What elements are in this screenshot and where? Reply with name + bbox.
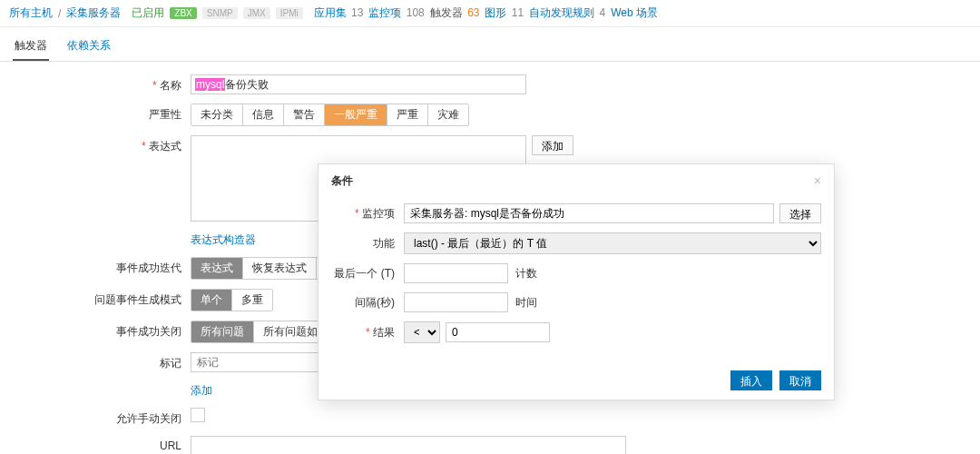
close-icon[interactable]: × (814, 173, 821, 189)
gen-group: 单个 多重 (191, 289, 273, 311)
manual-close-checkbox[interactable] (191, 408, 205, 422)
status-enabled: 已启用 (132, 5, 164, 21)
tag-add-link[interactable]: 添加 (191, 383, 212, 399)
modal-title: 条件 (331, 173, 353, 189)
gen-multiple[interactable]: 多重 (232, 290, 272, 311)
sev-average[interactable]: 一般严重 (325, 104, 387, 125)
last-input[interactable] (404, 263, 508, 283)
label-name: 名称 (9, 74, 191, 94)
tag-ipmi: IPMi (276, 7, 303, 19)
sev-warning[interactable]: 警告 (284, 104, 325, 125)
interval-input[interactable] (404, 292, 508, 312)
iter-expression[interactable]: 表达式 (191, 258, 243, 279)
link-web[interactable]: Web 场景 (611, 5, 658, 21)
tab-dependencies[interactable]: 依赖关系 (65, 33, 113, 61)
label-event-iteration: 事件成功迭代 (9, 257, 191, 276)
label-manual-close: 允许手动关闭 (9, 408, 191, 427)
iter-recovery[interactable]: 恢复表达式 (243, 258, 317, 279)
operator-select[interactable]: <> (404, 321, 440, 343)
link-discovery[interactable]: 自动发现规则 (529, 6, 594, 19)
cancel-button[interactable]: 取消 (779, 370, 821, 390)
tag-jmx: JMX (243, 7, 270, 19)
graphs-count: 11 (512, 6, 524, 19)
add-expression-button[interactable]: 添加 (532, 135, 573, 155)
label-gen-mode: 问题事件生成模式 (9, 289, 191, 308)
label-event-close: 事件成功关闭 (9, 321, 191, 340)
function-select[interactable]: last() - 最后（最近）的 T 值 (404, 232, 821, 254)
label-severity: 严重性 (9, 104, 191, 123)
triggers-count: 63 (467, 6, 479, 19)
severity-group: 未分类 信息 警告 一般严重 严重 灾难 (191, 104, 469, 126)
link-triggers[interactable]: 触发器 (430, 6, 463, 19)
item-input[interactable] (404, 203, 774, 223)
gen-single[interactable]: 单个 (191, 290, 232, 311)
link-graphs[interactable]: 图形 (485, 6, 506, 19)
label-time: 时间 (515, 295, 537, 311)
sev-high[interactable]: 严重 (387, 104, 428, 125)
apps-count: 13 (351, 6, 363, 19)
link-apps[interactable]: 应用集 (314, 6, 347, 19)
sev-disaster[interactable]: 灾难 (428, 104, 468, 125)
label-item: 监控项 (331, 206, 404, 222)
close-all[interactable]: 所有问题 (191, 321, 254, 342)
label-url: URL (9, 436, 191, 452)
link-host[interactable]: 采集服务器 (66, 5, 121, 21)
tag-snmp: SNMP (202, 7, 238, 19)
tab-trigger[interactable]: 触发器 (13, 33, 49, 61)
label-result: 结果 (331, 325, 404, 340)
label-function: 功能 (331, 236, 404, 252)
label-count: 计数 (515, 266, 537, 281)
select-button[interactable]: 选择 (779, 203, 821, 223)
link-items[interactable]: 监控项 (368, 6, 401, 19)
name-input[interactable]: mysql备份失败 (191, 74, 526, 94)
insert-button[interactable]: 插入 (730, 370, 772, 390)
label-last: 最后一个 (T) (331, 266, 404, 281)
url-input[interactable] (191, 436, 626, 454)
link-all-hosts[interactable]: 所有主机 (9, 5, 53, 21)
items-count: 108 (407, 6, 425, 19)
discovery-count: 4 (600, 6, 606, 19)
sev-unclassified[interactable]: 未分类 (191, 104, 243, 125)
label-expression: 表达式 (9, 135, 191, 154)
tabs: 触发器 依赖关系 (0, 27, 980, 62)
result-input[interactable] (446, 322, 550, 342)
condition-modal: 条件 × 监控项 选择 功能 last() - 最后（最近）的 T 值 最后一个… (318, 163, 835, 400)
breadcrumb-bar: 所有主机 / 采集服务器 已启用 ZBX SNMP JMX IPMi 应用集 1… (0, 0, 980, 27)
name-rest: 备份失败 (225, 77, 269, 93)
name-highlight: mysql (195, 78, 225, 91)
expression-builder-link[interactable]: 表达式构造器 (191, 232, 256, 248)
label-tags: 标记 (9, 352, 191, 371)
tag-zbx[interactable]: ZBX (170, 7, 196, 19)
sev-info[interactable]: 信息 (243, 104, 284, 125)
label-interval: 间隔(秒) (331, 295, 404, 311)
separator: / (58, 7, 61, 20)
